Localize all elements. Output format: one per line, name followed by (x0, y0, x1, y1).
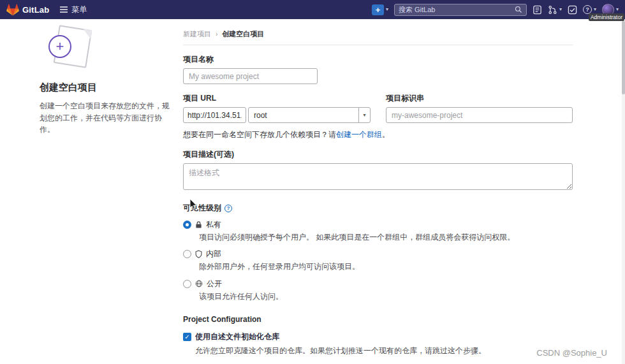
namespace-select[interactable]: root ▾ (248, 107, 371, 123)
group-hint-text: 想要在同一命名空间下存放几个依赖项目？请 (183, 130, 336, 139)
group-hint-suffix: 。 (382, 130, 390, 139)
breadcrumb-current: 创建空白项目 (222, 29, 264, 39)
issues-icon[interactable] (533, 5, 542, 15)
radio-internal[interactable] (183, 250, 191, 258)
gitlab-tanuki-icon (6, 4, 19, 16)
navbar-right: + ▾ ▾ (372, 4, 619, 16)
readme-option: ✓ 使用自述文件初始化仓库 (183, 331, 573, 342)
visibility-name: 私有 (206, 219, 221, 230)
shield-icon (195, 250, 202, 258)
plus-icon: + (372, 4, 384, 15)
avatar-tooltip: Administrator (589, 13, 624, 21)
select-caret-icon: ▾ (358, 108, 370, 122)
merge-request-icon (548, 5, 557, 15)
project-name-input[interactable] (183, 68, 318, 84)
page-description: 创建一个空白项目来存放您的文件，规划您的工作，并在代码等方面进行协作。 (40, 100, 171, 136)
merge-requests-dropdown[interactable]: ▾ (548, 5, 562, 15)
project-url-label: 项目 URL (183, 93, 371, 104)
todos-icon[interactable] (568, 5, 577, 15)
readme-description: 允许您立即克隆这个项目的仓库。如果您计划推送一个现有的仓库，请跳过这个步骤。 (195, 346, 573, 356)
menu-button[interactable]: 菜单 (59, 4, 87, 15)
divider (183, 45, 573, 45)
plus-circle-icon: + (48, 35, 71, 58)
new-project-form: 新建项目 › 创建空白项目 项目名称 项目 URL root ▾ 项目标识串 想… (183, 29, 573, 364)
project-slug-input[interactable] (386, 107, 573, 123)
create-group-link[interactable]: 创建一个群组 (336, 130, 382, 139)
visibility-description: 项目访问必须明确授予每个用户。 如果此项目是在一个群组中，群组成员将会获得访问权… (199, 232, 573, 243)
visibility-description: 除外部用户外，任何登录用户均可访问该项目。 (199, 261, 573, 272)
breadcrumb: 新建项目 › 创建空白项目 (183, 29, 573, 39)
url-row: 项目 URL root ▾ 项目标识串 (183, 84, 573, 123)
breadcrumb-separator: › (216, 31, 217, 38)
intro-panel: + 创建空白项目 创建一个空白项目来存放您的文件，规划您的工作，并在代码等方面进… (40, 27, 171, 136)
radio-private[interactable] (183, 221, 191, 229)
visibility-name: 公开 (207, 279, 222, 289)
menu-label: 菜单 (71, 4, 87, 15)
project-name-label: 项目名称 (183, 54, 573, 65)
visibility-description: 该项目允许任何人访问。 (199, 291, 573, 302)
project-url-prefix-input[interactable] (183, 107, 246, 123)
radio-public[interactable] (183, 280, 191, 288)
todo-check-icon (568, 5, 577, 15)
mouse-cursor (189, 198, 198, 210)
new-dropdown-button[interactable]: + ▾ (372, 4, 388, 15)
visibility-label: 可见性级别 (183, 203, 221, 214)
visibility-option-internal: 内部 除外部用户外，任何登录用户均可访问该项目。 (183, 249, 573, 272)
issues-list-icon (533, 5, 542, 15)
visibility-name: 内部 (206, 249, 221, 259)
blank-project-illustration: + (40, 27, 171, 71)
caret-down-icon: ▾ (616, 7, 619, 12)
readme-label: 使用自述文件初始化仓库 (195, 331, 279, 342)
search-input[interactable] (399, 6, 511, 13)
visibility-help-icon[interactable]: ? (224, 205, 232, 212)
caret-down-icon: ▾ (559, 7, 562, 12)
search-icon (515, 6, 522, 13)
visibility-option-public: 公开 该项目允许任何人访问。 (183, 279, 573, 302)
project-configuration-label: Project Configuration (183, 315, 573, 324)
readme-checkbox[interactable]: ✓ (183, 333, 191, 341)
gitlab-logo[interactable]: GitLab (6, 4, 49, 16)
project-slug-label: 项目标识串 (386, 93, 573, 104)
globe-icon (195, 280, 203, 288)
visibility-option-private: 私有 项目访问必须明确授予每个用户。 如果此项目是在一个群组中，群组成员将会获得… (183, 219, 573, 243)
scrollbar[interactable] (622, 19, 625, 364)
global-search[interactable] (394, 4, 527, 16)
help-dropdown[interactable]: ? ▾ (583, 5, 596, 14)
help-icon: ? (583, 5, 592, 14)
page-title: 创建空白项目 (40, 82, 171, 94)
lock-icon (195, 221, 202, 229)
watermark: CSDN @Sophie_U (536, 348, 607, 358)
scrollbar-thumb[interactable] (622, 21, 625, 94)
caret-down-icon: ▾ (594, 7, 596, 12)
hamburger-icon (59, 6, 68, 13)
breadcrumb-parent[interactable]: 新建项目 (183, 29, 211, 39)
top-navbar: GitLab 菜单 + ▾ (0, 0, 625, 19)
namespace-value: root (254, 111, 267, 120)
caret-down-icon: ▾ (386, 7, 388, 12)
logo-text: GitLab (22, 5, 49, 15)
group-hint: 想要在同一命名空间下存放几个依赖项目？请创建一个群组。 (183, 129, 573, 140)
project-description-label: 项目描述(可选) (183, 149, 573, 160)
project-description-input[interactable] (183, 163, 573, 190)
